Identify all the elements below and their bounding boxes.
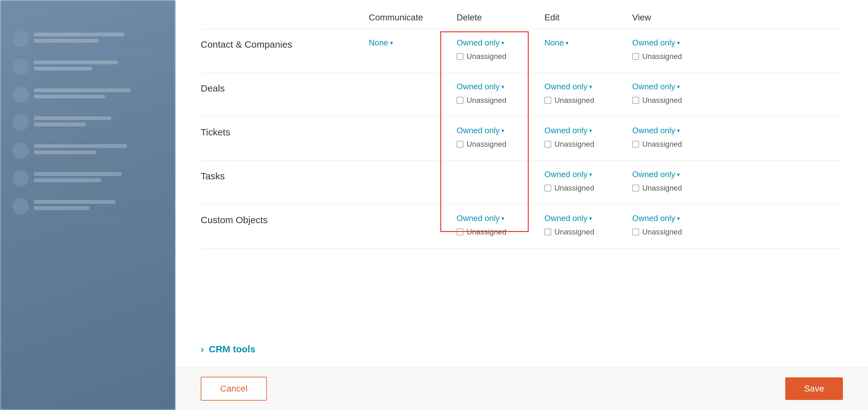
text-lines bbox=[34, 172, 163, 185]
chevron-down-icon: ▾ bbox=[589, 215, 592, 222]
dropdown-value: Owned only bbox=[632, 126, 675, 135]
name-line bbox=[34, 88, 131, 92]
unassigned-row: Unassigned bbox=[457, 227, 539, 236]
delete-dropdown-custom[interactable]: Owned only ▾ bbox=[457, 214, 539, 223]
subtitle-line bbox=[34, 39, 98, 43]
avatar bbox=[12, 142, 29, 159]
edit-dropdown-custom[interactable]: Owned only ▾ bbox=[545, 214, 627, 223]
text-lines bbox=[34, 61, 163, 73]
table-header: Communicate Delete Edit View bbox=[201, 0, 843, 29]
unassigned-label: Unassigned bbox=[467, 140, 506, 149]
chevron-down-icon: ▾ bbox=[677, 127, 680, 134]
chevron-down-icon: ▾ bbox=[589, 171, 592, 178]
table-row: Tickets Owned only ▾ Unassigned Owned on… bbox=[201, 117, 843, 161]
unassigned-checkbox-tasks-edit[interactable] bbox=[545, 185, 551, 191]
unassigned-checkbox-deals-view[interactable] bbox=[632, 97, 639, 104]
unassigned-row: Unassigned bbox=[545, 140, 627, 149]
unassigned-label: Unassigned bbox=[642, 96, 682, 105]
unassigned-checkbox-deals-delete[interactable] bbox=[457, 97, 463, 104]
delete-dropdown-contact[interactable]: Owned only ▾ bbox=[457, 38, 539, 48]
list-item bbox=[6, 81, 169, 109]
unassigned-checkbox-custom-delete[interactable] bbox=[457, 228, 463, 235]
chevron-down-icon: ▾ bbox=[589, 127, 592, 134]
list-item bbox=[6, 25, 169, 53]
subtitle-line bbox=[34, 123, 86, 126]
communicate-dropdown-contact[interactable]: None ▾ bbox=[369, 38, 452, 48]
view-dropdown-contact[interactable]: Owned only ▾ bbox=[632, 38, 715, 48]
unassigned-row: Unassigned bbox=[457, 140, 539, 149]
unassigned-row: Unassigned bbox=[632, 140, 715, 149]
sidebar-list bbox=[6, 25, 169, 220]
unassigned-label: Unassigned bbox=[554, 140, 594, 149]
row-label-deals: Deals bbox=[201, 82, 364, 94]
text-lines bbox=[34, 144, 163, 157]
delete-dropdown-tickets[interactable]: Owned only ▾ bbox=[457, 126, 539, 135]
table-row: Contact & Companies None ▾ Owned only ▾ bbox=[201, 29, 843, 73]
chevron-down-icon: ▾ bbox=[566, 39, 568, 46]
cell-delete-tickets: Owned only ▾ Unassigned bbox=[452, 126, 539, 149]
unassigned-checkbox-deals-edit[interactable] bbox=[545, 97, 551, 104]
col-header-communicate: Communicate bbox=[364, 12, 452, 23]
subtitle-line bbox=[34, 151, 96, 154]
chevron-down-icon: ▾ bbox=[390, 39, 393, 46]
cell-view-contact: Owned only ▾ Unassigned bbox=[627, 38, 715, 61]
view-dropdown-tickets[interactable]: Owned only ▾ bbox=[632, 126, 715, 135]
unassigned-label: Unassigned bbox=[642, 184, 682, 192]
dropdown-value: None bbox=[369, 38, 388, 48]
unassigned-row: Unassigned bbox=[632, 184, 715, 192]
dropdown-value: Owned only bbox=[545, 169, 587, 179]
cancel-button[interactable]: Cancel bbox=[201, 377, 267, 401]
text-lines bbox=[34, 88, 163, 101]
view-dropdown-custom[interactable]: Owned only ▾ bbox=[632, 214, 715, 223]
col-header-label bbox=[201, 12, 364, 23]
edit-dropdown-tickets[interactable]: Owned only ▾ bbox=[545, 126, 627, 135]
unassigned-checkbox-tickets-view[interactable] bbox=[632, 141, 639, 148]
unassigned-row: Unassigned bbox=[632, 227, 715, 236]
crm-tools-section: › CRM tools bbox=[176, 331, 868, 367]
name-line bbox=[34, 144, 127, 148]
cell-delete-custom: Owned only ▾ Unassigned bbox=[452, 214, 539, 236]
unassigned-checkbox-tasks-view[interactable] bbox=[632, 185, 639, 191]
crm-tools-toggle[interactable]: › CRM tools bbox=[201, 344, 843, 354]
avatar bbox=[12, 198, 29, 214]
cell-edit-tasks: Owned only ▾ Unassigned bbox=[539, 169, 627, 192]
cell-delete-contact: Owned only ▾ Unassigned bbox=[452, 38, 539, 61]
edit-dropdown-contact[interactable]: None ▾ bbox=[545, 38, 627, 48]
unassigned-checkbox-contact-delete[interactable] bbox=[457, 53, 463, 60]
cell-edit-tickets: Owned only ▾ Unassigned bbox=[539, 126, 627, 149]
subtitle-line bbox=[34, 95, 105, 98]
dropdown-value: Owned only bbox=[632, 82, 675, 92]
save-button[interactable]: Save bbox=[785, 377, 843, 400]
dropdown-value: Owned only bbox=[545, 126, 587, 135]
view-dropdown-deals[interactable]: Owned only ▾ bbox=[632, 82, 715, 92]
dropdown-value: Owned only bbox=[457, 38, 500, 48]
table-row: Custom Objects Owned only ▾ Unassigned O… bbox=[201, 205, 843, 249]
row-label-contact-companies: Contact & Companies bbox=[201, 38, 364, 50]
name-line bbox=[34, 33, 124, 36]
unassigned-checkbox-custom-edit[interactable] bbox=[545, 228, 551, 235]
delete-dropdown-deals[interactable]: Owned only ▾ bbox=[457, 82, 539, 92]
unassigned-checkbox-tickets-edit[interactable] bbox=[545, 141, 551, 148]
unassigned-label: Unassigned bbox=[554, 227, 594, 236]
edit-dropdown-tasks[interactable]: Owned only ▾ bbox=[545, 169, 627, 179]
dropdown-value: Owned only bbox=[457, 126, 500, 135]
view-dropdown-tasks[interactable]: Owned only ▾ bbox=[632, 169, 715, 179]
text-lines bbox=[34, 200, 163, 213]
unassigned-checkbox-tickets-delete[interactable] bbox=[457, 141, 463, 148]
chevron-down-icon: ▾ bbox=[501, 215, 504, 222]
name-line bbox=[34, 172, 122, 176]
chevron-down-icon: ▾ bbox=[677, 39, 680, 46]
list-item bbox=[6, 164, 169, 192]
unassigned-row: Unassigned bbox=[457, 96, 539, 105]
unassigned-row: Unassigned bbox=[545, 184, 627, 192]
unassigned-label: Unassigned bbox=[642, 227, 682, 236]
unassigned-checkbox-contact-view[interactable] bbox=[632, 53, 639, 60]
modal-panel: Communicate Delete Edit View Contact & C… bbox=[176, 0, 868, 410]
list-item bbox=[6, 109, 169, 137]
unassigned-label: Unassigned bbox=[642, 140, 682, 149]
chevron-down-icon: ▾ bbox=[589, 83, 592, 90]
name-line bbox=[34, 116, 111, 120]
unassigned-checkbox-custom-view[interactable] bbox=[632, 228, 639, 235]
edit-dropdown-deals[interactable]: Owned only ▾ bbox=[545, 82, 627, 92]
name-line bbox=[34, 61, 118, 64]
